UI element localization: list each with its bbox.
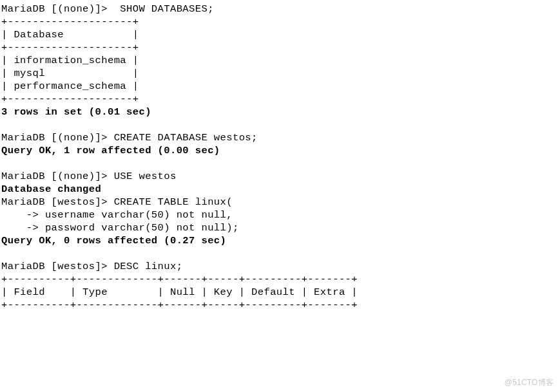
result-query-ok: Query OK, 0 rows affected (0.27 sec) [1, 235, 226, 247]
table-header-desc: | Field | Type | Null | Key | Default | … [1, 286, 358, 298]
result-query-ok: Query OK, 1 row affected (0.00 sec) [1, 145, 220, 156]
table-border: +--------------------+ [1, 42, 139, 53]
table-row-mysql: | mysql | [1, 68, 139, 79]
continuation-line-password: -> password varchar(50) not null); [1, 222, 239, 234]
table-border: +----------+-------------+------+-----+-… [1, 299, 358, 311]
table-header-database: | Database | [1, 29, 139, 41]
continuation-line-username: -> username varchar(50) not null, [1, 209, 233, 221]
table-row-information-schema: | information_schema | [1, 55, 139, 66]
table-border: +--------------------+ [1, 16, 139, 28]
prompt-line-desc-linux: MariaDB [westos]> DESC linux; [1, 261, 182, 272]
prompt-line-create-database: MariaDB [(none)]> CREATE DATABASE westos… [1, 132, 258, 144]
prompt-line-use-westos: MariaDB [(none)]> USE westos [1, 171, 177, 182]
terminal-output: MariaDB [(none)]> SHOW DATABASES; +-----… [0, 0, 560, 314]
result-rows-in-set: 3 rows in set (0.01 sec) [1, 106, 151, 118]
table-row-performance-schema: | performance_schema | [1, 80, 139, 92]
result-database-changed: Database changed [1, 183, 101, 195]
table-border: +--------------------+ [1, 93, 139, 105]
table-border: +----------+-------------+------+-----+-… [1, 274, 358, 285]
watermark-text: @51CTO博客 [505, 377, 554, 388]
prompt-line-show-databases: MariaDB [(none)]> SHOW DATABASES; [1, 3, 214, 15]
prompt-line-create-table: MariaDB [westos]> CREATE TABLE linux( [1, 196, 233, 208]
